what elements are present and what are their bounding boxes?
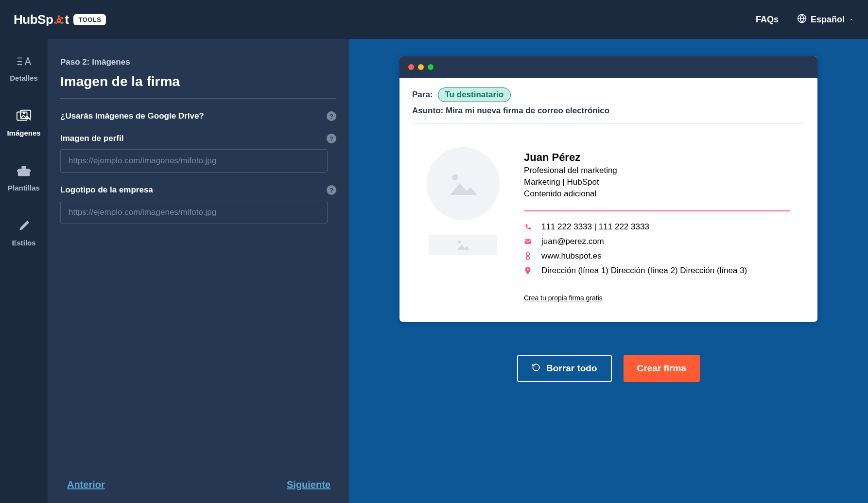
traffic-light-max [428, 64, 434, 70]
sidebar: Detalles Imágenes Plantillas Estilos [0, 39, 48, 503]
contact-address: Dirección (línea 1) Dirección (línea 2) … [524, 266, 790, 276]
svg-point-18 [458, 241, 461, 243]
templates-icon [16, 163, 32, 179]
traffic-light-close [408, 64, 414, 70]
svg-rect-15 [21, 166, 26, 170]
brand-text: HubSp t [14, 12, 69, 27]
sidebar-item-templates[interactable]: Plantillas [0, 158, 48, 197]
footer-nav: Anterior Siguiente [67, 479, 330, 490]
prev-link[interactable]: Anterior [67, 479, 105, 490]
sidebar-item-details[interactable]: Detalles [0, 49, 48, 87]
web-value: www.hubspot.es [541, 251, 602, 261]
faqs-link[interactable]: FAQs [756, 15, 779, 25]
avatar-placeholder [427, 147, 500, 220]
company-logo-input[interactable] [60, 201, 328, 224]
sig-extra: Contenido adicional [524, 189, 790, 199]
contact-email: juan@perez.com [524, 237, 790, 246]
sidebar-label-details: Detalles [10, 74, 38, 82]
svg-point-13 [23, 112, 25, 114]
email-body: Para: Tu destinatario Asunto: Mira mi nu… [399, 78, 817, 322]
signature-block: Juan Pérez Profesional del marketing Mar… [412, 147, 805, 302]
svg-point-9 [58, 19, 60, 21]
to-line: Para: Tu destinatario [412, 87, 805, 102]
clear-label: Borrar todo [546, 363, 597, 374]
email-preview-window: Para: Tu destinatario Asunto: Mira mi nu… [399, 56, 817, 322]
traffic-light-min [418, 64, 424, 70]
clear-button[interactable]: Borrar todo [517, 355, 612, 382]
to-label: Para: [412, 90, 433, 100]
field-gdrive: ¿Usarás imágenes de Google Drive? ? [60, 111, 336, 121]
sidebar-label-images: Imágenes [7, 129, 40, 137]
sidebar-item-images[interactable]: Imágenes [0, 104, 48, 142]
brand-text-a: HubSp [14, 12, 53, 27]
sidebar-label-styles: Estilos [12, 239, 35, 247]
phone-value: 111 222 3333 | 111 222 3333 [541, 222, 649, 232]
sig-dept-company: Marketing | HubSpot [524, 177, 790, 187]
main-row: Detalles Imágenes Plantillas Estilos Pas… [0, 39, 868, 503]
pin-icon [524, 267, 532, 275]
sig-name: Juan Pérez [524, 151, 790, 164]
divider-accent [524, 210, 790, 211]
address-value: Dirección (línea 1) Dirección (línea 2) … [541, 266, 747, 276]
preview-panel: Para: Tu destinatario Asunto: Mira mi nu… [349, 39, 868, 503]
create-label: Crear firma [637, 363, 686, 374]
contact-phone: 111 222 3333 | 111 222 3333 [524, 222, 790, 232]
tools-badge: TOOLS [73, 14, 106, 25]
create-button[interactable]: Crear firma [624, 355, 700, 382]
help-icon-logo[interactable]: ? [327, 185, 336, 195]
step-label: Paso 2: Imágenes [60, 57, 336, 67]
styles-icon [16, 218, 32, 234]
form-panel: Paso 2: Imágenes Imagen de la firma ¿Usa… [48, 39, 349, 503]
sprocket-icon [53, 14, 64, 25]
image-placeholder-icon [446, 171, 480, 197]
email-icon [524, 239, 532, 244]
field-logo: Logotipo de la empresa ? [60, 185, 336, 195]
logo-label: Logotipo de la empresa [60, 185, 153, 195]
svg-rect-14 [18, 169, 30, 176]
brand-text-b: t [65, 12, 69, 27]
email-value: juan@perez.com [541, 237, 604, 246]
profile-label: Imagen de perfil [60, 134, 123, 143]
divider [412, 123, 805, 124]
action-row: Borrar todo Crear firma [517, 355, 700, 382]
chevron-down-icon [849, 15, 854, 25]
globe-icon [797, 14, 807, 26]
company-logo-placeholder [429, 235, 497, 255]
brand-logo[interactable]: HubSp t TOOLS [14, 12, 106, 27]
topbar-right: FAQs Español [756, 14, 854, 26]
image-placeholder-icon [455, 239, 471, 251]
svg-point-17 [452, 174, 458, 180]
recipient-pill: Tu destinatario [438, 87, 511, 102]
signature-text: Juan Pérez Profesional del marketing Mar… [524, 147, 790, 302]
signature-cta-link[interactable]: Crea tu propia firma gratis [524, 294, 603, 302]
link-icon [524, 252, 532, 260]
svg-rect-16 [17, 170, 31, 172]
topbar: HubSp t TOOLS FAQs Español [0, 0, 868, 39]
language-selector[interactable]: Español [797, 14, 854, 26]
subject-line: Asunto: Mira mi nueva firma de correo el… [412, 106, 805, 116]
profile-image-input[interactable] [60, 149, 328, 173]
refresh-icon [532, 363, 540, 374]
help-icon-gdrive[interactable]: ? [327, 111, 336, 121]
svg-point-23 [527, 269, 529, 271]
contact-web: www.hubspot.es [524, 251, 790, 261]
window-titlebar [399, 56, 817, 78]
details-icon [16, 53, 32, 69]
images-icon [16, 108, 32, 124]
language-label: Español [811, 15, 845, 25]
svg-rect-19 [525, 239, 531, 243]
gdrive-label: ¿Usarás imágenes de Google Drive? [60, 111, 204, 121]
signature-images [427, 147, 500, 302]
step-title: Imagen de la firma [60, 74, 336, 99]
next-link[interactable]: Siguiente [287, 479, 330, 490]
field-profile: Imagen de perfil ? [60, 134, 336, 143]
phone-icon [524, 224, 532, 230]
sidebar-item-styles[interactable]: Estilos [0, 213, 48, 252]
help-icon-profile[interactable]: ? [327, 134, 336, 143]
sig-role: Profesional del marketing [524, 166, 790, 175]
sidebar-label-templates: Plantillas [8, 184, 40, 192]
